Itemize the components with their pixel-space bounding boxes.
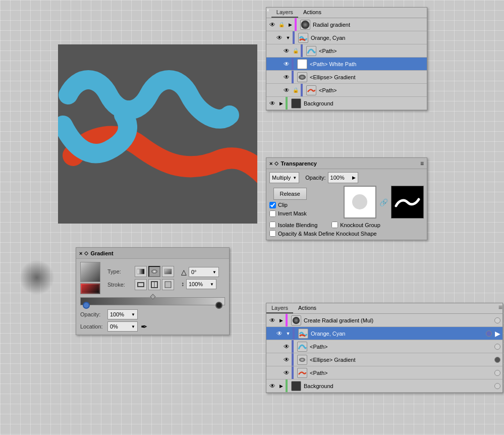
scale-icon: ↕ — [181, 281, 184, 288]
expand-icon[interactable]: ▶ — [287, 22, 294, 27]
gradient-slider[interactable] — [80, 297, 225, 305]
color-bar — [286, 379, 288, 392]
eye-icon[interactable]: 👁 — [268, 21, 276, 28]
svg-point-4 — [151, 269, 157, 274]
invert-mask-checkbox[interactable] — [269, 210, 276, 217]
chain-link-icon[interactable]: 🔗 — [379, 198, 388, 206]
layer-row-background-b[interactable]: 👁 ▶ Background — [266, 379, 502, 393]
gradient-location-row: Location: 0% ▼ ✒ — [80, 321, 225, 332]
eye-icon[interactable]: 👁 — [275, 330, 284, 337]
transparency-menu[interactable]: ≡ — [420, 160, 424, 167]
expand-icon[interactable]: ▼ — [285, 35, 292, 40]
eye-icon[interactable]: 👁 — [283, 47, 291, 55]
layer-row-ellipse[interactable]: 👁 <Ellipse> Gradient — [266, 71, 427, 84]
eye-icon[interactable]: 👁 — [268, 100, 276, 107]
gradient-track — [80, 297, 225, 305]
eye-icon[interactable]: 👁 — [283, 74, 291, 81]
layer-row-orange-cyan-2[interactable]: 👁 ▼ Orange, Cyan ▶ — [266, 327, 502, 340]
mask-thumbnail-white[interactable] — [344, 186, 376, 219]
eye-icon[interactable]: 👁 — [283, 343, 291, 350]
layer-row-ellipse-b[interactable]: 👁 <Ellipse> Gradient — [266, 353, 502, 366]
clip-row: Clip — [269, 202, 307, 208]
type-linear-button[interactable] — [135, 266, 147, 277]
eye-icon[interactable]: 👁 — [275, 34, 284, 41]
layer-name: Background — [304, 383, 493, 389]
svg-rect-6 — [138, 283, 144, 287]
layer-status-circle — [494, 357, 500, 363]
layer-thumb — [291, 381, 301, 391]
blend-mode-select[interactable]: Multiply ▼ — [269, 172, 299, 183]
layer-row-radial[interactable]: 👁 🔒 ▶ Radial gradient — [266, 18, 427, 31]
lock-icon[interactable]: 🔒 — [292, 48, 300, 53]
mask-area: Release Clip Invert Mask — [269, 186, 424, 219]
eye-icon[interactable]: 👁 — [268, 317, 276, 324]
layer-thumb — [297, 342, 307, 352]
eye-icon[interactable]: 👁 — [283, 369, 291, 376]
opacity-field[interactable]: 100% ▶ — [328, 172, 358, 183]
tab-actions-bottom[interactable]: Actions — [293, 303, 321, 313]
eye-icon[interactable]: 👁 — [283, 87, 291, 94]
gradient-midpoint[interactable] — [150, 294, 155, 299]
type-freeform-button[interactable] — [162, 266, 174, 277]
gradient-title: Gradient — [90, 250, 113, 256]
lock-icon[interactable]: 🔒 — [292, 87, 300, 93]
layers-top-close[interactable]: × — [266, 8, 269, 18]
layer-row-background[interactable]: 👁 ▶ Background — [266, 97, 427, 110]
layer-status-circle — [494, 383, 500, 389]
tab-layers-top[interactable]: Layers — [271, 8, 298, 18]
knockout-group-checkbox[interactable] — [331, 222, 338, 228]
layer-row-orange-cyan[interactable]: 👁 ▼ Orange, Cyan — [266, 31, 427, 44]
layer-row-path2[interactable]: 👁 🔒 <Path> — [266, 84, 427, 97]
isolate-blending-checkbox[interactable] — [269, 222, 276, 228]
invert-mask-row: Invert Mask — [269, 210, 307, 217]
chevron-down-icon: ▼ — [293, 176, 297, 180]
layer-row-create-radial[interactable]: 👁 ▶ Create Radial gradient (Mul) — [266, 314, 502, 327]
release-button[interactable]: Release — [273, 188, 307, 200]
stroke-buttons — [135, 279, 174, 290]
layer-row-path-b1[interactable]: 👁 <Path> — [266, 340, 502, 353]
gradient-handle-right[interactable] — [215, 302, 222, 309]
transparency-title: Transparency — [281, 160, 317, 167]
eye-icon[interactable]: 👁 — [283, 356, 291, 363]
transparency-close[interactable]: × — [269, 160, 272, 167]
eye-icon[interactable]: 👁 — [268, 383, 276, 390]
expand-icon[interactable]: ▼ — [285, 331, 292, 336]
gradient-body: Type: Stroke: — [76, 259, 229, 335]
gradient-handle-left[interactable] — [83, 302, 90, 309]
expand-icon[interactable]: ▶ — [277, 318, 285, 323]
layer-row-white-path[interactable]: 👁 <Path> White Path — [266, 58, 427, 71]
svg-point-11 — [299, 358, 305, 362]
tab-layers-bottom[interactable]: Layers — [266, 303, 293, 313]
layer-row-path-b2[interactable]: 👁 <Path> — [266, 366, 502, 379]
expand-icon[interactable]: ▶ — [277, 101, 285, 106]
type-radial-button[interactable] — [148, 266, 160, 277]
gradient-panel-header: × ◇ Gradient — [76, 248, 229, 259]
opacity-mask-checkbox[interactable] — [269, 230, 276, 237]
scale-field[interactable]: 100% ▼ — [186, 279, 216, 289]
tab-actions-top[interactable]: Actions — [298, 8, 326, 18]
gradient-panel: × ◇ Gradient Type: — [76, 247, 230, 335]
layers-panel-top: × Layers Actions 👁 🔒 ▶ Radial gradient 👁… — [266, 7, 427, 111]
eye-icon[interactable]: 👁 — [283, 61, 291, 68]
stroke-btn-1[interactable] — [135, 279, 147, 290]
layers-menu-icon[interactable]: ≡ — [498, 303, 502, 313]
eyedropper-icon[interactable]: ✒ — [141, 322, 147, 332]
clip-checkbox[interactable] — [269, 202, 276, 208]
mask-thumbnail-black[interactable] — [391, 186, 424, 219]
angle-field[interactable]: 0° ▼ — [189, 267, 219, 277]
gradient-close[interactable]: × — [79, 250, 82, 256]
transparency-checks: Isolate Blending Knockout Group Opacity … — [269, 222, 424, 237]
layer-row-path1[interactable]: 👁 🔒 <Path> — [266, 44, 427, 58]
stroke-preview — [80, 283, 100, 294]
gradient-opacity-field[interactable]: 100% ▼ — [107, 309, 138, 319]
transparency-body: Multiply ▼ Opacity: 100% ▶ Release Clip — [266, 169, 427, 240]
lock-icon[interactable]: 🔒 — [277, 22, 286, 27]
gradient-location-field[interactable]: 0% ▼ — [107, 321, 138, 332]
layer-thumb — [297, 72, 307, 82]
layer-name: <Path> — [310, 370, 493, 376]
expand-icon[interactable]: ▶ — [277, 384, 285, 389]
stroke-btn-3[interactable] — [162, 279, 174, 290]
type-label: Type: — [107, 268, 132, 275]
stroke-btn-2[interactable] — [148, 279, 160, 290]
knockout-group-label: Knockout Group — [340, 222, 380, 228]
